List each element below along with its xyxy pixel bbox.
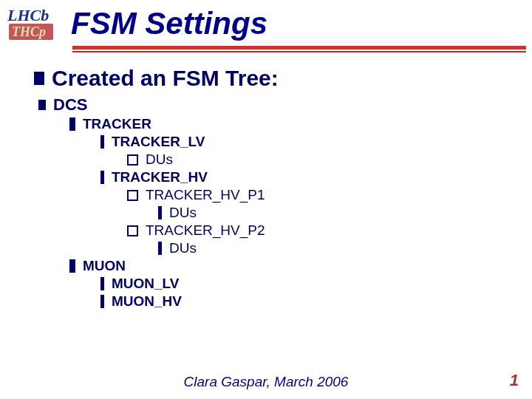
bullet-icon [100,135,104,149]
slide: LHCb THCp FSM Settings Created an FSM Tr… [0,0,532,399]
footer-author-date: Clara Gaspar, March 2006 [0,374,532,390]
tree-node-tracker-lv: TRACKER_LV [34,134,532,150]
bullet-icon [127,190,138,201]
tree-label: MUON [83,258,126,274]
tree-node-tracker-hv-p2: TRACKER_HV_P2 [34,222,532,239]
bullet-icon [69,117,75,131]
logo-sub-text: THCp [12,24,46,39]
tree-node-tracker: TRACKER [34,116,532,132]
tree-label: TRACKER_LV [112,134,205,150]
tree-label: TRACKER [83,116,151,132]
bullet-icon [127,154,138,166]
page-number: 1 [510,371,519,390]
tree-label: DCS [53,95,87,115]
bullet-icon [34,72,44,85]
bullet-icon [38,100,46,110]
bullet-icon [158,206,162,219]
heading-created-fsm-tree: Created an FSM Tree: [34,66,532,91]
bullet-icon [158,242,162,255]
tree-node-muon-hv: MUON_HV [34,293,532,310]
tree-node-muon: MUON [34,258,532,274]
accent-underline [72,46,526,52]
heading-text: Created an FSM Tree: [52,66,279,91]
bullet-icon [69,259,75,273]
tree-label: DUs [169,205,197,221]
tree-label: MUON_HV [112,293,182,310]
tree-node-tracker-hv-p2-dus: DUs [34,240,532,256]
content: Created an FSM Tree: DCS TRACKER TRACKER… [0,52,532,310]
tree-label: TRACKER_HV_P2 [146,222,265,239]
tree-label: TRACKER_HV [112,169,208,185]
tree-node-tracker-hv-p1-dus: DUs [34,205,532,221]
lhcb-logo: LHCb THCp [6,4,64,43]
tree-label: DUs [146,151,173,168]
tree-node-tracker-lv-dus: DUs [34,151,532,168]
tree-node-muon-lv: MUON_LV [34,276,532,292]
bullet-icon [127,225,138,236]
slide-title: FSM Settings [71,6,267,41]
tree-node-tracker-hv: TRACKER_HV [34,169,532,185]
bullet-icon [100,295,104,308]
tree-label: MUON_LV [112,276,179,292]
tree-node-dcs: DCS [34,95,532,115]
bullet-icon [100,171,104,184]
title-row: LHCb THCp FSM Settings [0,0,532,43]
logo-top-text: LHCb [7,6,49,24]
bullet-icon [100,277,104,290]
tree-label: TRACKER_HV_P1 [146,187,265,203]
tree-node-tracker-hv-p1: TRACKER_HV_P1 [34,187,532,203]
tree-label: DUs [169,240,197,256]
